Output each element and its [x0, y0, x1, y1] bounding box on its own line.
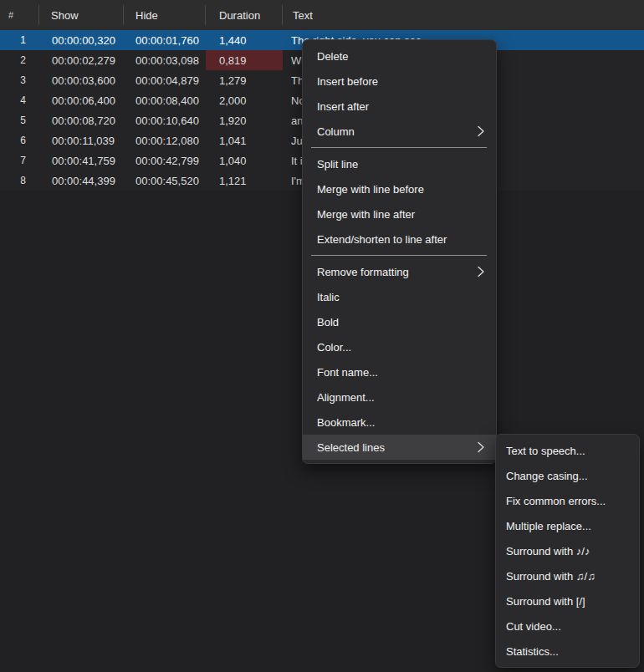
- menu-item-label: Change casing...: [506, 470, 627, 482]
- menu-separator-line: [311, 255, 487, 256]
- menu-item-surround-with[interactable]: Surround with ♪/♪: [496, 538, 639, 563]
- cell-duration: 1,440: [206, 30, 283, 50]
- cell-hide: 00:00:12,080: [124, 130, 206, 150]
- menu-item-cut-video[interactable]: Cut video...: [496, 613, 639, 639]
- column-header-number[interactable]: #: [0, 0, 39, 30]
- selected-lines-submenu: Text to speech...Change casing...Fix com…: [495, 434, 640, 668]
- menu-item-label: Selected lines: [317, 441, 471, 454]
- menu-item-label: Extend/shorten to line after: [317, 233, 484, 246]
- cell-number: 4: [0, 90, 39, 110]
- menu-separator: [303, 252, 496, 259]
- menu-item-bold[interactable]: Bold: [303, 309, 496, 334]
- menu-item-surround-with[interactable]: Surround with [/]: [496, 588, 639, 613]
- menu-item-label: Statistics...: [506, 645, 627, 658]
- menu-item-label: Font name...: [317, 366, 484, 379]
- cell-number: 5: [0, 110, 39, 130]
- cell-number: 1: [0, 30, 39, 50]
- cell-show: 00:00:03,600: [39, 70, 124, 90]
- menu-item-label: Color...: [317, 341, 484, 354]
- chevron-right-icon: [478, 266, 484, 277]
- menu-item-insert-after[interactable]: Insert after: [303, 94, 496, 119]
- cell-duration: 1,920: [206, 110, 283, 130]
- cell-duration: 1,121: [206, 171, 283, 191]
- menu-item-selected-lines[interactable]: Selected lines: [303, 435, 496, 460]
- list-header: #ShowHideDurationText: [0, 0, 644, 30]
- menu-item-bookmark[interactable]: Bookmark...: [303, 410, 496, 435]
- menu-item-label: Delete: [317, 50, 484, 63]
- menu-item-label: Italic: [317, 291, 484, 303]
- cell-duration: 2,000: [206, 90, 283, 110]
- cell-hide: 00:00:04,879: [124, 70, 206, 90]
- menu-item-label: Text to speech...: [506, 445, 627, 457]
- menu-item-label: Surround with [/]: [506, 595, 627, 608]
- menu-item-label: Merge with line before: [317, 183, 484, 196]
- cell-show: 00:00:44,399: [39, 171, 124, 191]
- cell-show: 00:00:06,400: [39, 90, 124, 110]
- menu-item-color[interactable]: Color...: [303, 334, 496, 359]
- menu-item-label: Bookmark...: [317, 416, 484, 429]
- menu-item-label: Split line: [317, 158, 484, 171]
- cell-show: 00:00:11,039: [39, 130, 124, 150]
- menu-item-label: Surround with ♫/♫: [506, 570, 627, 583]
- cell-show: 00:00:02,279: [39, 50, 124, 70]
- menu-item-label: Alignment...: [317, 391, 484, 404]
- menu-item-column[interactable]: Column: [303, 119, 496, 144]
- cell-number: 7: [0, 150, 39, 171]
- column-header-hide[interactable]: Hide: [124, 0, 206, 30]
- menu-item-multiple-replace[interactable]: Multiple replace...: [496, 513, 639, 538]
- menu-item-label: Bold: [317, 316, 484, 328]
- cell-duration: 1,040: [206, 150, 283, 171]
- menu-separator-line: [311, 147, 487, 148]
- column-header-show[interactable]: Show: [39, 0, 124, 30]
- menu-item-text-to-speech[interactable]: Text to speech...: [496, 438, 639, 463]
- menu-item-font-name[interactable]: Font name...: [303, 359, 496, 384]
- subtitle-list-view: #ShowHideDurationText 100:00:00,32000:00…: [0, 0, 644, 672]
- cell-number: 2: [0, 50, 39, 70]
- menu-item-label: Cut video...: [506, 620, 627, 633]
- menu-item-split-line[interactable]: Split line: [303, 151, 496, 176]
- cell-number: 6: [0, 130, 39, 150]
- menu-item-italic[interactable]: Italic: [303, 284, 496, 309]
- menu-item-label: Fix common errors...: [506, 495, 627, 507]
- menu-item-label: Insert before: [317, 75, 484, 88]
- menu-item-fix-common-errors[interactable]: Fix common errors...: [496, 488, 639, 513]
- menu-item-label: Remove formatting: [317, 266, 471, 278]
- cell-hide: 00:00:08,400: [124, 90, 206, 110]
- menu-item-merge-with-line-before[interactable]: Merge with line before: [303, 176, 496, 201]
- cell-number: 3: [0, 70, 39, 90]
- menu-item-label: Multiple replace...: [506, 520, 627, 532]
- menu-item-label: Column: [317, 125, 471, 138]
- menu-item-surround-with[interactable]: Surround with ♫/♫: [496, 563, 639, 588]
- cell-show: 00:00:41,759: [39, 150, 124, 171]
- menu-item-merge-with-line-after[interactable]: Merge with line after: [303, 201, 496, 227]
- menu-item-label: Insert after: [317, 100, 484, 113]
- cell-hide: 00:00:01,760: [124, 30, 206, 50]
- cell-hide: 00:00:42,799: [124, 150, 206, 171]
- cell-duration: 1,041: [206, 130, 283, 150]
- menu-separator: [303, 144, 496, 151]
- menu-item-label: Merge with line after: [317, 208, 484, 221]
- cell-show: 00:00:00,320: [39, 30, 124, 50]
- column-header-text[interactable]: Text: [283, 0, 644, 30]
- cell-number: 8: [0, 171, 39, 191]
- chevron-right-icon: [478, 441, 484, 453]
- menu-item-delete[interactable]: Delete: [303, 43, 496, 69]
- cell-hide: 00:00:45,520: [124, 171, 206, 191]
- menu-item-alignment[interactable]: Alignment...: [303, 384, 496, 410]
- cell-duration: 0,819: [206, 50, 283, 70]
- context-menu: DeleteInsert beforeInsert afterColumnSpl…: [302, 39, 497, 464]
- menu-item-change-casing[interactable]: Change casing...: [496, 463, 639, 488]
- cell-hide: 00:00:10,640: [124, 110, 206, 130]
- cell-show: 00:00:08,720: [39, 110, 124, 130]
- menu-item-remove-formatting[interactable]: Remove formatting: [303, 259, 496, 284]
- menu-item-statistics[interactable]: Statistics...: [496, 639, 639, 664]
- cell-duration: 1,279: [206, 70, 283, 90]
- menu-item-insert-before[interactable]: Insert before: [303, 69, 496, 94]
- menu-item-label: Surround with ♪/♪: [506, 545, 627, 557]
- cell-hide: 00:00:03,098: [124, 50, 206, 70]
- menu-item-extend-shorten-to-line-after[interactable]: Extend/shorten to line after: [303, 227, 496, 252]
- chevron-right-icon: [478, 125, 484, 137]
- column-header-duration[interactable]: Duration: [206, 0, 283, 30]
